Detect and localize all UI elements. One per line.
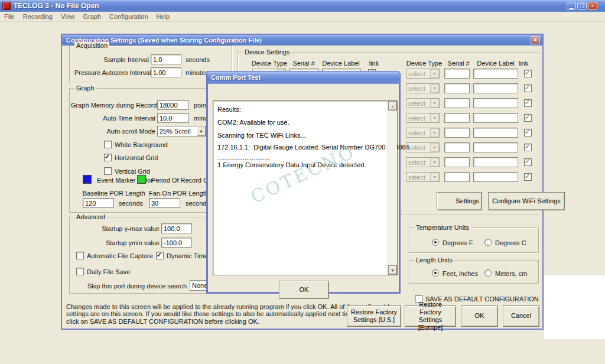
temperature-units-group: Temperature Units Degrees F Degrees C xyxy=(409,228,539,253)
link-checkbox[interactable]: ✓ xyxy=(524,70,532,77)
device-label-input[interactable] xyxy=(473,83,518,93)
device-type-select[interactable]: select ▼ xyxy=(406,142,440,152)
baseline-por-label: Baseline POR Length xyxy=(83,190,145,197)
auto-time-input[interactable] xyxy=(157,113,189,123)
result-line: 172.16.1.1: Digital Gauge Located. Seria… xyxy=(217,144,409,151)
minimize-button[interactable]: ▁ xyxy=(567,2,576,10)
device-type-select[interactable]: select ▼ xyxy=(406,113,440,123)
configure-wifi-button[interactable]: Configure WiFi Settings xyxy=(488,192,565,210)
fanon-por-input[interactable] xyxy=(149,198,180,208)
device-row: select ▼ ✓ xyxy=(406,69,532,79)
device-type-select[interactable]: select ▼ xyxy=(406,157,440,167)
meters-cm-radio[interactable] xyxy=(484,269,492,277)
menu-item-file[interactable]: File xyxy=(0,13,19,20)
serial-input[interactable] xyxy=(444,98,470,108)
scroll-up-button[interactable]: ▲ xyxy=(388,101,397,110)
close-icon: × xyxy=(591,4,594,9)
menu-item-graph[interactable]: Graph xyxy=(79,13,106,20)
chevron-down-icon: ▼ xyxy=(430,173,439,181)
window-close-button[interactable]: × xyxy=(588,2,597,10)
device-label-input[interactable] xyxy=(473,128,518,138)
por-color-swatch[interactable] xyxy=(137,175,146,184)
link-checkbox[interactable]: ✓ xyxy=(524,173,532,181)
serial-input[interactable] xyxy=(444,69,470,79)
settings-partial-button[interactable]: Settings xyxy=(437,192,482,210)
config-close-button[interactable]: × xyxy=(531,36,540,44)
horizontal-grid-checkbox[interactable]: ✓ xyxy=(104,154,112,161)
window-titlebar[interactable]: TECLOG 3 - No File Open xyxy=(0,0,605,12)
device-label-input[interactable] xyxy=(473,98,518,108)
scrollbar[interactable]: ▲ ▼ xyxy=(388,101,397,275)
autoscroll-dropdown[interactable]: 25% Scroll ▼ xyxy=(157,126,206,136)
config-titlebar[interactable]: Configuration Settings (Saved when Stori… xyxy=(62,35,542,46)
check-icon: ✓ xyxy=(525,128,530,136)
serial-input[interactable] xyxy=(444,142,470,152)
dynamic-scroll-checkbox[interactable]: ✓ xyxy=(156,252,164,259)
device-type-select[interactable]: select ▼ xyxy=(406,128,440,138)
device-type-select[interactable]: select ▼ xyxy=(406,172,440,182)
chevron-down-icon: ▼ xyxy=(430,99,439,108)
check-icon: ✓ xyxy=(525,158,530,165)
scroll-down-button[interactable]: ▼ xyxy=(388,265,397,275)
feet-inches-label: Feet, inches xyxy=(443,270,478,277)
degrees-c-radio[interactable] xyxy=(484,239,492,246)
comm-titlebar[interactable]: Comm Port Test xyxy=(206,71,401,83)
link-checkbox[interactable]: ✓ xyxy=(524,84,532,92)
degrees-f-radio[interactable] xyxy=(432,239,439,246)
serial-input[interactable] xyxy=(444,83,470,93)
device-label-input[interactable] xyxy=(473,142,518,152)
restore-button[interactable]: ❐ xyxy=(577,2,587,10)
startup-ymax-input[interactable] xyxy=(161,223,192,233)
link-checkbox[interactable]: ✓ xyxy=(524,129,532,136)
menu-item-recording[interactable]: Recording xyxy=(19,13,57,20)
device-row: select ▼ ✓ xyxy=(406,142,532,152)
temperature-units-legend: Temperature Units xyxy=(414,224,471,231)
serial-input[interactable] xyxy=(444,157,470,167)
daily-save-checkbox[interactable] xyxy=(76,268,84,275)
autozero-input[interactable] xyxy=(151,67,181,77)
autozero-label: Pressure Autozero Interval xyxy=(74,69,149,76)
link-checkbox[interactable]: ✓ xyxy=(524,158,532,166)
device-type-select[interactable]: select ▼ xyxy=(406,98,440,108)
chevron-down-icon: ▼ xyxy=(197,126,206,136)
serial-input[interactable] xyxy=(444,128,470,138)
white-patch xyxy=(544,275,605,339)
serial-input[interactable] xyxy=(444,172,470,182)
menu-item-help[interactable]: Help xyxy=(152,13,174,20)
comm-results-area[interactable]: Results: COM2: Available for use. Scanni… xyxy=(213,100,398,275)
menu-item-configuration[interactable]: Configuration xyxy=(105,13,152,20)
device-label-input[interactable] xyxy=(473,172,518,182)
sample-interval-input[interactable] xyxy=(151,54,181,64)
link-checkbox[interactable]: ✓ xyxy=(524,144,532,151)
serial-input[interactable] xyxy=(444,113,470,123)
auto-capture-checkbox[interactable] xyxy=(76,252,84,259)
skip-port-label: Skip this port during device search xyxy=(87,282,185,290)
startup-ymin-input[interactable] xyxy=(161,238,192,248)
comm-ok-button[interactable]: OK xyxy=(279,281,329,299)
ok-button[interactable]: OK xyxy=(461,306,498,327)
vertical-grid-checkbox[interactable] xyxy=(104,167,112,175)
baseline-por-unit: seconds xyxy=(119,200,143,207)
event-marker-swatch[interactable] xyxy=(83,175,92,184)
white-background-checkbox[interactable] xyxy=(104,141,112,148)
daily-save-label: Daily File Save xyxy=(87,268,130,275)
link-checkbox[interactable]: ✓ xyxy=(524,114,532,122)
cancel-button[interactable]: Cancel xyxy=(503,306,539,327)
minimize-icon: ▁ xyxy=(570,4,574,9)
device-label-input[interactable] xyxy=(473,113,518,123)
menu-item-view[interactable]: View xyxy=(57,13,79,20)
feet-inches-radio[interactable] xyxy=(432,269,439,277)
device-label-input[interactable] xyxy=(473,157,518,167)
comm-dialog: Comm Port Test Results: COM2: Available … xyxy=(206,71,401,294)
baseline-por-input[interactable] xyxy=(83,198,114,208)
length-units-group: Length Units Feet, inches Meters, cm xyxy=(409,260,539,284)
device-label-input[interactable] xyxy=(473,69,518,79)
result-line: Results: xyxy=(217,106,241,113)
device-type-select[interactable]: select ▼ xyxy=(406,83,440,93)
device-type-select[interactable]: select ▼ xyxy=(406,69,440,79)
graph-memory-input[interactable] xyxy=(157,100,189,110)
restore-eu-button[interactable]: Restore Factory Settings [Europe] xyxy=(405,306,456,327)
por-color-label: Period Of Record Co xyxy=(151,177,212,184)
restore-us-button[interactable]: Restore Factory Settings [U.S.] xyxy=(347,306,401,327)
link-checkbox[interactable]: ✓ xyxy=(524,99,532,107)
